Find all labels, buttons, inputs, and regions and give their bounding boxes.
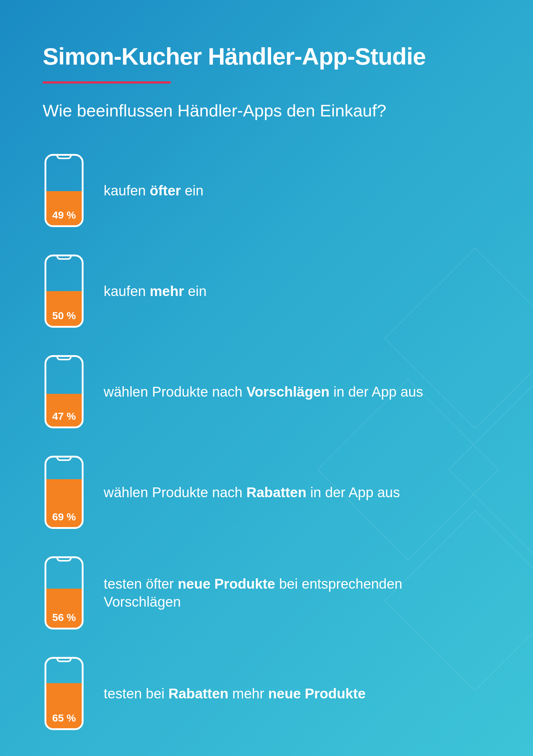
- stat-percentage: 50 %: [46, 310, 82, 322]
- phone-icon: 47 %: [44, 355, 84, 428]
- stat-rows: 49 %kaufen öfter ein50 %kaufen mehr ein4…: [43, 154, 490, 730]
- stat-label: kaufen öfter ein: [104, 182, 203, 200]
- phone-notch-icon: [56, 356, 72, 360]
- page-title: Simon-Kucher Händler-App-Studie: [43, 43, 490, 70]
- stat-label: wählen Produkte nach Rabatten in der App…: [104, 483, 400, 501]
- stat-percentage: 47 %: [46, 410, 82, 422]
- phone-notch-icon: [56, 658, 72, 662]
- stat-percentage: 56 %: [46, 611, 82, 623]
- page-subtitle: Wie beeinflussen Händler-Apps den Einkau…: [43, 101, 490, 121]
- stat-row: 47 %wählen Produkte nach Vorschlägen in …: [43, 355, 490, 428]
- stat-label: testen bei Rabatten mehr neue Produkte: [104, 685, 366, 703]
- stat-row: 50 %kaufen mehr ein: [43, 255, 490, 328]
- stat-percentage: 65 %: [46, 712, 82, 724]
- stat-percentage: 69 %: [46, 511, 82, 523]
- stat-row: 49 %kaufen öfter ein: [43, 154, 490, 227]
- phone-icon: 49 %: [44, 154, 84, 227]
- stat-label: wählen Produkte nach Vorschlägen in der …: [104, 383, 423, 401]
- phone-icon: 50 %: [44, 255, 84, 328]
- phone-icon: 65 %: [44, 657, 84, 730]
- phone-icon: 69 %: [44, 456, 84, 529]
- phone-notch-icon: [56, 557, 72, 561]
- stat-row: 69 %wählen Produkte nach Rabatten in der…: [43, 456, 490, 529]
- phone-icon: 56 %: [44, 556, 84, 630]
- stat-label: kaufen mehr ein: [104, 282, 207, 300]
- title-underline: [43, 81, 171, 84]
- stat-percentage: 49 %: [46, 209, 82, 221]
- phone-notch-icon: [56, 256, 72, 260]
- stat-row: 65 %testen bei Rabatten mehr neue Produk…: [43, 657, 490, 730]
- phone-notch-icon: [56, 155, 72, 159]
- stat-label: testen öfter neue Produkte bei entsprech…: [104, 575, 469, 611]
- stat-row: 56 %testen öfter neue Produkte bei entsp…: [43, 556, 490, 630]
- phone-notch-icon: [56, 457, 72, 461]
